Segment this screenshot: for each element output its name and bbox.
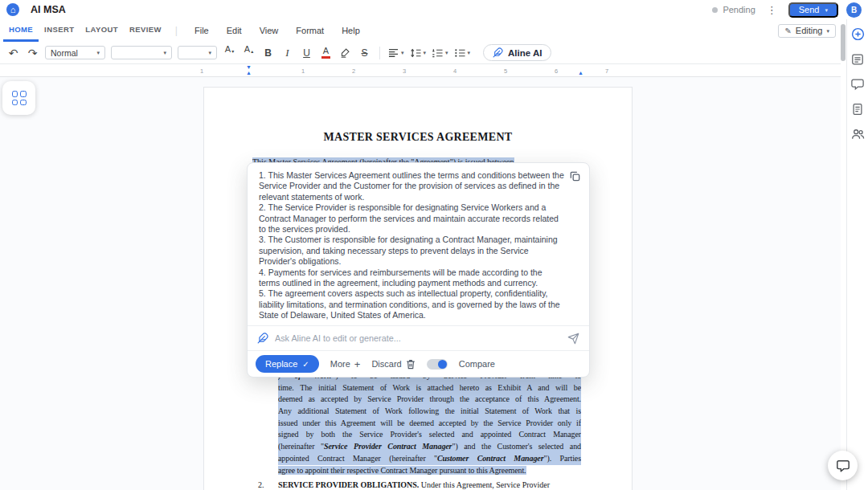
more-button[interactable]: More + (330, 359, 361, 370)
chevron-down-icon: ▾ (468, 50, 471, 55)
tab-home[interactable]: HOME (3, 19, 39, 42)
increase-font-size-icon[interactable]: A ▴ (242, 45, 256, 61)
overflow-menu-icon[interactable]: ⋮ (767, 4, 777, 16)
status-badge: Pending (712, 5, 755, 14)
bulleted-list-select[interactable]: ▾ (454, 45, 471, 61)
chevron-down-icon: ▾ (163, 50, 166, 55)
more-label: More (330, 359, 350, 369)
compare-toggle[interactable] (427, 359, 448, 370)
text-color-icon[interactable]: A (319, 45, 333, 61)
send-prompt-icon[interactable] (567, 333, 579, 345)
tab-review[interactable]: REVIEW (124, 19, 167, 42)
ruler-number: 6 (555, 67, 558, 75)
chat-launcher-button[interactable] (828, 451, 858, 480)
home-button[interactable]: ⌂ (6, 3, 19, 16)
chevron-down-icon: ▾ (208, 50, 211, 55)
doc-selected-line: deemed as accepted by Service Provider t… (278, 394, 581, 406)
ruler-number: 4 (453, 67, 457, 75)
font-size-select[interactable]: ▾ (178, 46, 217, 59)
decrease-font-size-icon[interactable]: A ▾ (223, 45, 236, 61)
ruler-number: 5 (504, 67, 507, 75)
chevron-down-icon: ▾ (826, 28, 829, 34)
menu-view[interactable]: View (260, 26, 279, 35)
line-spacing-select[interactable]: ▾ (410, 45, 427, 61)
pencil-icon: ✎ (784, 27, 791, 35)
strikethrough-icon[interactable]: S (358, 45, 371, 61)
document-panel-icon[interactable] (851, 103, 864, 116)
add-panel-icon[interactable] (851, 27, 865, 41)
doc-selected-line: (hereinafter "Service Provider Contract … (278, 441, 581, 453)
tasks-panel-icon[interactable] (851, 53, 864, 66)
discard-button[interactable]: Discard (371, 359, 415, 370)
tab-layout[interactable]: LAYOUT (80, 19, 124, 42)
ai-summary-item: 4. Payments for services and reimburseme… (259, 267, 565, 289)
page-navigator-button[interactable] (2, 81, 35, 115)
scrollbar-thumb[interactable] (841, 24, 845, 61)
bulleted-list-icon (454, 48, 465, 58)
ai-summary-body: 1. This Master Services Agreement outlin… (248, 163, 589, 325)
doc-selected-line: issued under this Agreement will be deem… (278, 418, 581, 430)
ruler: 1 1 2 3 4 5 6 7 ▼ ▲ ▲ (0, 64, 841, 77)
color-swatch (321, 56, 330, 59)
avatar[interactable]: B (846, 2, 862, 18)
format-toolbar: ↶ ↷ Normal ▾ ▾ ▾ A ▾ A ▴ B I U A S ▾ ▾ ▾ (0, 42, 841, 64)
font-family-select[interactable]: ▾ (111, 46, 172, 59)
feather-icon (257, 333, 268, 344)
paragraph-style-select[interactable]: Normal ▾ (45, 46, 105, 59)
clause-heading: SERVICE PROVIDER OBLIGATIONS. (278, 480, 419, 489)
doc-selected-line: signed by both the Service Provider's se… (278, 429, 581, 441)
ai-input-row (248, 325, 589, 350)
redo-icon[interactable]: ↷ (26, 45, 39, 61)
left-indent-marker[interactable]: ▲ (246, 70, 252, 76)
send-button[interactable]: Send ▾ (788, 2, 838, 18)
italic-icon[interactable]: I (280, 45, 294, 61)
numbered-list-select[interactable]: ▾ (432, 45, 448, 61)
right-sidebar (846, 19, 868, 490)
toggle-knob (438, 360, 447, 369)
chat-bubble-icon (836, 459, 850, 473)
collaborators-panel-icon[interactable] (851, 128, 865, 141)
menu-edit[interactable]: Edit (227, 26, 242, 35)
bold-icon[interactable]: B (261, 45, 275, 61)
check-icon: ✓ (302, 360, 309, 369)
doc-selected-line: Any additional Statement of Work followi… (278, 406, 581, 418)
copy-icon[interactable] (569, 170, 581, 182)
menu-format[interactable]: Format (296, 26, 324, 35)
letter-a: A (323, 47, 329, 55)
first-line-indent-marker[interactable]: ▼ (246, 64, 252, 70)
ruler-number: 1 (200, 67, 203, 75)
discard-label: Discard (371, 359, 401, 369)
document-heading: MASTER SERVICES AGREEMENT (204, 131, 632, 144)
menu-help[interactable]: Help (342, 26, 360, 35)
home-icon: ⌂ (10, 6, 16, 14)
underline-icon[interactable]: U (300, 45, 313, 61)
arrow-up-icon: ▴ (251, 48, 253, 54)
selected-paragraph: y of Work") to be issued by Service Prov… (278, 370, 581, 476)
menu-file[interactable]: File (194, 26, 209, 35)
ai-summary-list: 1. This Master Services Agreement outlin… (259, 170, 565, 321)
status-dot-icon (712, 7, 718, 13)
replace-button[interactable]: Replace ✓ (256, 355, 319, 373)
editing-mode-label: Editing (796, 26, 823, 35)
comments-panel-icon[interactable] (851, 78, 864, 91)
ruler-number: 2 (352, 67, 355, 75)
ai-prompt-input[interactable] (275, 333, 561, 343)
align-select[interactable]: ▾ (388, 45, 404, 61)
ruler-number: 3 (403, 67, 406, 75)
undo-icon[interactable]: ↶ (6, 45, 20, 61)
letter-a: A (225, 45, 231, 54)
highlight-icon[interactable] (338, 45, 352, 61)
document-title-label: AI MSA (31, 4, 66, 15)
align-left-icon (388, 48, 399, 58)
aline-ai-button[interactable]: Aline AI (483, 44, 551, 61)
toolbar-divider (379, 47, 380, 59)
ai-summary-item: 5. The agreement covers aspects such as … (259, 288, 565, 321)
doc-clause-2: 2.SERVICE PROVIDER OBLIGATIONS. Under th… (258, 480, 596, 490)
arrow-down-icon: ▾ (231, 48, 234, 54)
tab-insert[interactable]: INSERT (39, 19, 80, 42)
right-indent-marker[interactable]: ▲ (578, 70, 583, 76)
feather-icon (493, 47, 503, 58)
letter-a: A (244, 45, 250, 54)
chevron-down-icon: ▾ (445, 50, 448, 55)
editing-mode-select[interactable]: ✎ Editing ▾ (778, 24, 836, 38)
